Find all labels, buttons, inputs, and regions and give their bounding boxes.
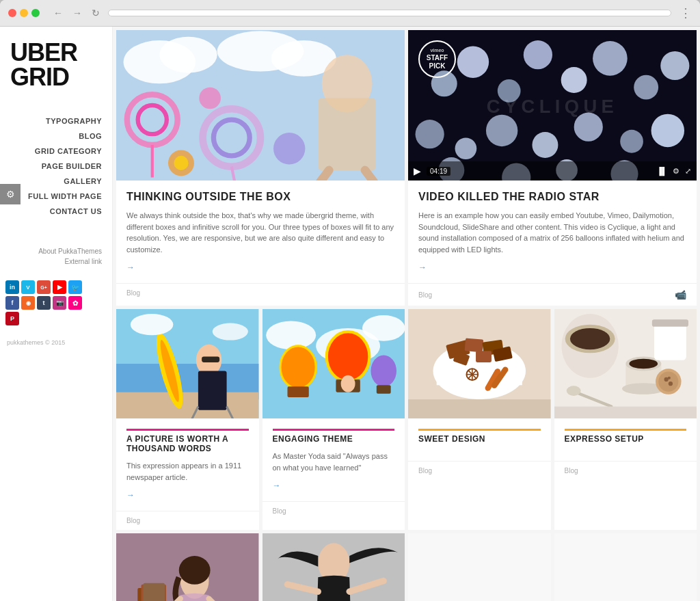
picture-title: A PICTURE IS WORTH A THOUSAND WORDS bbox=[126, 429, 249, 453]
thinking-text: We always think outside the box, that's … bbox=[126, 210, 394, 255]
about-link[interactable]: About PukkaThemes bbox=[0, 246, 102, 256]
site-logo[interactable]: UBER GRID bbox=[0, 27, 112, 100]
browser-window: ← → ↻ ⋮ UBER GRID ⚙ TYPOGRAPHY BLOG GRID… bbox=[0, 0, 700, 601]
svg-point-25 bbox=[593, 41, 628, 76]
grid-item-expresso-image bbox=[554, 309, 697, 418]
grid-item-picture-image bbox=[116, 309, 259, 418]
picture-text: This expression appears in a 1911 newspa… bbox=[126, 460, 249, 483]
svg-point-64 bbox=[340, 375, 355, 392]
grid-item-placeholder-1 bbox=[408, 533, 551, 601]
svg-rect-106 bbox=[144, 583, 165, 601]
pinterest-icon[interactable]: P bbox=[5, 312, 19, 325]
grid-item-video: CYCLIQUE vimeo STAFF PICK ▶ 04:19 bbox=[408, 30, 697, 306]
sidebar-item-blog[interactable]: BLOG bbox=[0, 129, 102, 144]
grid-item-engaging-body: ENGAGING THEME As Master Yoda said "Alwa… bbox=[262, 418, 405, 501]
minimize-dot[interactable] bbox=[20, 9, 28, 17]
svg-rect-84 bbox=[408, 399, 551, 418]
volume-icon[interactable]: ▐▌ bbox=[656, 167, 667, 175]
svg-point-101 bbox=[566, 386, 580, 396]
forward-button[interactable]: → bbox=[70, 6, 85, 20]
video-text: Here is an example how you can easily em… bbox=[418, 210, 686, 255]
linkedin-icon[interactable]: in bbox=[5, 280, 19, 294]
svg-point-50 bbox=[131, 314, 174, 335]
address-bar[interactable] bbox=[108, 10, 671, 16]
twitter-icon[interactable]: 🐦 bbox=[68, 280, 82, 294]
picture-category: Blog bbox=[126, 517, 140, 524]
youtube-icon[interactable]: ▶ bbox=[53, 280, 66, 294]
svg-point-91 bbox=[629, 359, 658, 369]
thinking-title: THINKING OUTSIDE THE BOX bbox=[126, 191, 394, 203]
maximize-dot[interactable] bbox=[31, 9, 40, 17]
grid-row-2: A PICTURE IS WORTH A THOUSAND WORDS This… bbox=[116, 309, 697, 530]
svg-point-51 bbox=[213, 323, 248, 340]
svg-point-34 bbox=[651, 114, 685, 148]
thinking-footer: Blog bbox=[116, 283, 405, 302]
svg-point-55 bbox=[362, 315, 405, 341]
svg-rect-58 bbox=[287, 386, 308, 397]
sidebar-item-contact[interactable]: CONTACT US bbox=[0, 204, 102, 219]
sidebar-item-grid-category[interactable]: GRID CATEGORY bbox=[0, 144, 102, 159]
svg-rect-70 bbox=[437, 364, 522, 385]
svg-point-32 bbox=[574, 113, 603, 142]
grid-item-picture-body: A PICTURE IS WORTH A THOUSAND WORDS This… bbox=[116, 418, 259, 511]
svg-point-17 bbox=[273, 133, 305, 164]
instagram-icon[interactable]: 📷 bbox=[53, 296, 66, 310]
browser-menu-icon[interactable]: ⋮ bbox=[679, 5, 692, 21]
grid-item-expresso: EXPRESSO SETUP Blog bbox=[554, 309, 697, 530]
sweet-category: Blog bbox=[418, 467, 432, 475]
flickr-icon[interactable]: ✿ bbox=[68, 296, 82, 310]
svg-rect-72 bbox=[465, 338, 484, 352]
engaging-text: As Master Yoda said "Always pass on what… bbox=[273, 451, 395, 473]
vimeo-staff-pick-badge: vimeo STAFF PICK bbox=[418, 40, 456, 78]
svg-rect-12 bbox=[318, 98, 375, 170]
main-content: THINKING OUTSIDE THE BOX We always think… bbox=[113, 27, 700, 601]
expresso-footer: Blog bbox=[554, 461, 697, 480]
video-title: VIDEO KILLED THE RADIO STAR bbox=[418, 191, 686, 203]
grid-item-placeholder-2 bbox=[554, 533, 697, 601]
video-read-more[interactable]: → bbox=[418, 263, 427, 272]
play-button[interactable]: ▶ bbox=[414, 165, 421, 176]
grid-item-thinking: THINKING OUTSIDE THE BOX We always think… bbox=[116, 30, 405, 306]
copyright-text: pukkathemes © 2015 bbox=[0, 339, 112, 346]
thinking-category: Blog bbox=[126, 289, 140, 297]
google-icon[interactable]: G+ bbox=[37, 280, 51, 294]
sweet-title: SWEET DESIGN bbox=[418, 429, 541, 444]
grid-item-sweet: SWEET DESIGN Blog bbox=[408, 309, 551, 530]
back-button[interactable]: ← bbox=[51, 6, 66, 20]
external-link[interactable]: External link bbox=[0, 256, 102, 267]
engaging-read-more[interactable]: → bbox=[273, 481, 281, 490]
grid-item-engaging: ENGAGING THEME As Master Yoda said "Alwa… bbox=[262, 309, 405, 530]
picture-read-more[interactable]: → bbox=[126, 490, 135, 500]
svg-point-31 bbox=[532, 132, 558, 158]
video-type-icon: 📹 bbox=[675, 289, 686, 300]
svg-rect-99 bbox=[651, 319, 688, 326]
svg-point-27 bbox=[660, 51, 689, 80]
video-settings-icon[interactable]: ⚙ bbox=[673, 167, 679, 176]
grid-item-sweet-image bbox=[408, 309, 551, 418]
thinking-read-more[interactable]: → bbox=[126, 263, 135, 272]
svg-rect-63 bbox=[376, 385, 390, 394]
tumblr-icon[interactable]: t bbox=[37, 296, 51, 310]
sidebar-item-typography[interactable]: TYPOGRAPHY bbox=[0, 113, 102, 129]
vimeo-icon[interactable]: V bbox=[21, 280, 35, 294]
grid-item-video-image[interactable]: CYCLIQUE vimeo STAFF PICK ▶ 04:19 bbox=[408, 30, 697, 181]
svg-point-2 bbox=[159, 37, 217, 73]
facebook-icon[interactable]: f bbox=[5, 296, 19, 310]
rss-icon[interactable]: ◉ bbox=[21, 296, 35, 310]
video-category: Blog bbox=[418, 291, 432, 299]
svg-rect-75 bbox=[476, 351, 492, 362]
fullscreen-icon[interactable]: ⤢ bbox=[685, 167, 691, 176]
svg-point-96 bbox=[668, 382, 672, 386]
social-icons: in V G+ ▶ 🐦 f ◉ t 📷 ✿ P bbox=[0, 280, 112, 325]
sidebar-item-page-builder[interactable]: PAGE BUILDER bbox=[0, 159, 102, 174]
svg-point-62 bbox=[371, 355, 396, 386]
svg-rect-46 bbox=[198, 371, 227, 410]
svg-point-16 bbox=[174, 156, 188, 170]
refresh-button[interactable]: ↻ bbox=[89, 6, 103, 20]
settings-button[interactable]: ⚙ bbox=[0, 184, 21, 204]
grid-row-1: THINKING OUTSIDE THE BOX We always think… bbox=[116, 30, 697, 306]
close-dot[interactable] bbox=[8, 9, 16, 17]
svg-rect-98 bbox=[654, 321, 686, 360]
video-controls-overlay[interactable]: ▶ 04:19 ▐▌ ⚙ ⤢ bbox=[408, 161, 697, 181]
svg-point-28 bbox=[416, 120, 444, 148]
